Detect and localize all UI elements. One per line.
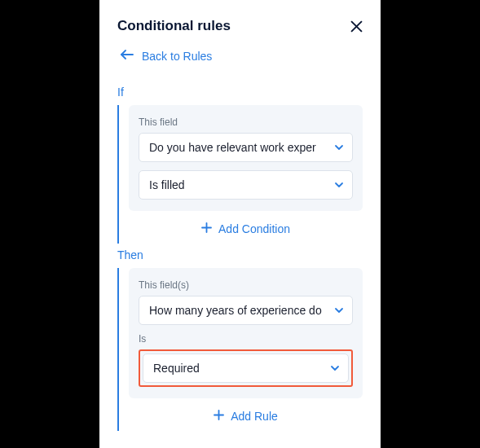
if-field-value: Do you have relevant work exper bbox=[149, 141, 334, 154]
conditional-rules-panel: Conditional rules Back to Rules If This … bbox=[99, 0, 381, 448]
back-to-rules-link[interactable]: Back to Rules bbox=[117, 49, 363, 63]
close-icon[interactable] bbox=[350, 20, 363, 33]
add-rule-button[interactable]: Add Rule bbox=[129, 400, 363, 431]
then-card: This field(s) How many years of experien… bbox=[129, 268, 363, 398]
add-rule-label: Add Rule bbox=[231, 410, 278, 423]
add-condition-label: Add Condition bbox=[218, 222, 290, 235]
if-field-label: This field bbox=[139, 116, 353, 128]
plus-icon bbox=[201, 222, 212, 235]
then-vertical-bar bbox=[117, 268, 119, 431]
chevron-down-icon bbox=[334, 305, 344, 315]
then-field-value: How many years of experience do bbox=[149, 304, 334, 317]
panel-title: Conditional rules bbox=[117, 18, 231, 34]
then-fields-label: This field(s) bbox=[139, 279, 353, 291]
if-field-dropdown[interactable]: Do you have relevant work exper bbox=[139, 133, 353, 162]
if-condition-dropdown[interactable]: Is filled bbox=[139, 170, 353, 200]
then-field-dropdown[interactable]: How many years of experience do bbox=[139, 296, 353, 325]
chevron-down-icon bbox=[334, 180, 344, 190]
if-block: This field Do you have relevant work exp… bbox=[117, 105, 363, 244]
if-section-label: If bbox=[117, 86, 363, 99]
if-card: This field Do you have relevant work exp… bbox=[129, 105, 363, 211]
highlight-box: Required bbox=[139, 349, 353, 387]
then-is-value: Required bbox=[153, 362, 330, 375]
then-is-dropdown[interactable]: Required bbox=[143, 354, 349, 383]
add-condition-button[interactable]: Add Condition bbox=[129, 213, 363, 244]
chevron-down-icon bbox=[334, 143, 344, 152]
then-is-label: Is bbox=[139, 333, 353, 345]
then-section-label: Then bbox=[117, 248, 363, 261]
then-block: This field(s) How many years of experien… bbox=[117, 268, 363, 431]
panel-header: Conditional rules bbox=[117, 18, 363, 34]
chevron-down-icon bbox=[330, 363, 340, 373]
if-condition-value: Is filled bbox=[149, 178, 334, 191]
back-link-label: Back to Rules bbox=[142, 50, 212, 63]
plus-icon bbox=[214, 410, 224, 423]
arrow-left-icon bbox=[121, 49, 134, 63]
if-vertical-bar bbox=[117, 105, 119, 244]
